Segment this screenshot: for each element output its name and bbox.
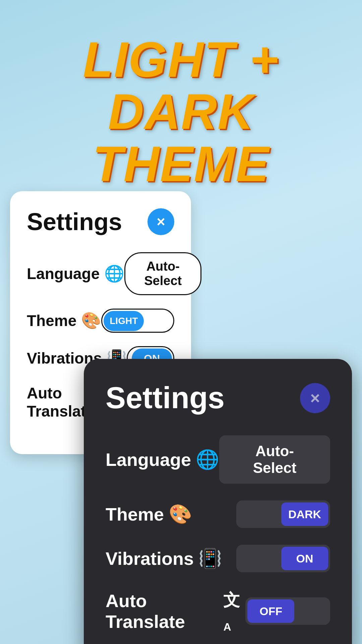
language-row-light: Language 🌐 Auto-Select bbox=[27, 252, 174, 295]
auto-translate-label-dark: Auto Translate 文A bbox=[106, 589, 245, 633]
panel-header-light: Settings × bbox=[27, 208, 174, 235]
theme-toggle-light[interactable]: LIGHT bbox=[101, 309, 174, 333]
vibrations-label-dark: Vibrations 📳 bbox=[106, 547, 222, 570]
close-icon-light: × bbox=[157, 214, 165, 229]
theme-label-light: Theme 🎨 bbox=[27, 311, 101, 330]
language-button-light[interactable]: Auto-Select bbox=[124, 252, 201, 295]
close-button-light[interactable]: × bbox=[147, 208, 174, 235]
vibrations-icon-dark: 📳 bbox=[198, 547, 222, 570]
language-row-dark: Language 🌐 Auto-Select bbox=[106, 435, 330, 484]
theme-toggle-knob-dark: DARK bbox=[281, 502, 328, 526]
language-label-light: Language 🌐 bbox=[27, 264, 124, 283]
theme-icon-dark: 🎨 bbox=[169, 503, 192, 525]
close-icon-dark: × bbox=[310, 390, 320, 407]
close-button-dark[interactable]: × bbox=[300, 383, 330, 413]
theme-label-dark: Theme 🎨 bbox=[106, 503, 192, 525]
auto-translate-toggle-knob-dark: OFF bbox=[247, 599, 294, 623]
hero-line2: theme bbox=[93, 136, 269, 192]
language-text-light: Language bbox=[27, 265, 100, 283]
theme-toggle-knob-light: LIGHT bbox=[104, 311, 144, 331]
auto-translate-toggle-dark[interactable]: OFF bbox=[245, 597, 330, 625]
vibrations-text-dark: Vibrations bbox=[106, 548, 194, 569]
language-button-dark[interactable]: Auto-Select bbox=[219, 435, 330, 484]
theme-toggle-dark[interactable]: DARK bbox=[236, 500, 330, 528]
panel-header-dark: Settings × bbox=[106, 381, 330, 415]
auto-translate-row-dark: Auto Translate 文A OFF bbox=[106, 589, 330, 633]
settings-panel-dark: Settings × Language 🌐 Auto-Select Theme … bbox=[84, 359, 352, 644]
language-icon-light: 🌐 bbox=[104, 264, 124, 283]
vibrations-toggle-knob-dark: ON bbox=[281, 547, 328, 570]
hero-line1: Light + dark bbox=[83, 32, 279, 139]
panel-title-light: Settings bbox=[27, 208, 122, 235]
theme-row-light: Theme 🎨 LIGHT bbox=[27, 309, 174, 333]
theme-icon-light: 🎨 bbox=[81, 311, 101, 330]
hero-title: Light + dark theme bbox=[0, 34, 362, 190]
language-icon-dark: 🌐 bbox=[196, 448, 219, 471]
theme-row-dark: Theme 🎨 DARK bbox=[106, 500, 330, 528]
vibrations-toggle-dark[interactable]: ON bbox=[236, 545, 330, 572]
theme-text-dark: Theme bbox=[106, 504, 164, 525]
panel-title-dark: Settings bbox=[106, 381, 225, 415]
auto-translate-icon-dark: 文A bbox=[223, 589, 245, 633]
language-label-dark: Language 🌐 bbox=[106, 448, 219, 471]
theme-text-light: Theme bbox=[27, 312, 76, 330]
language-text-dark: Language bbox=[106, 449, 191, 470]
auto-translate-text-dark: Auto Translate bbox=[106, 590, 219, 632]
vibrations-row-dark: Vibrations 📳 ON bbox=[106, 545, 330, 572]
